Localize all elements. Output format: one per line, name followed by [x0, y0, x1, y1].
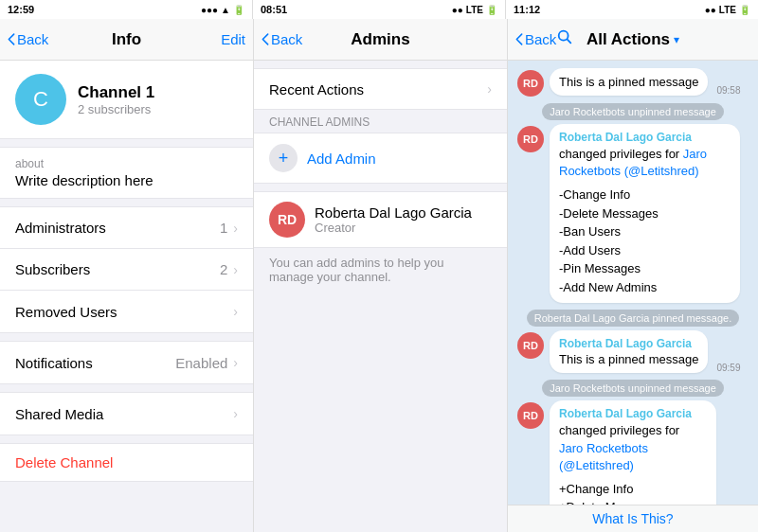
system-msg-2: Roberta Dal Lago Garcia pinned message. [517, 309, 749, 327]
add-admin-label: Add Admin [307, 151, 376, 167]
notifications-value: Enabled [175, 355, 227, 371]
chat-title: All Actions [587, 30, 670, 49]
removed-users-label: Removed Users [15, 304, 233, 320]
dropdown-icon[interactable]: ▾ [674, 33, 679, 46]
administrators-count: 1 [220, 220, 227, 236]
msg-bubble-4: Roberta Dal Lago Garcia changed privileg… [550, 400, 716, 505]
status-icons-panel2: ●● LTE 🔋 [452, 5, 497, 15]
shared-media-item[interactable]: Shared Media › [0, 393, 253, 434]
chat-footer: What Is This? [508, 505, 758, 532]
status-bar-panel3: 11:12 ●● LTE 🔋 [506, 0, 758, 19]
chevron-icon: › [233, 221, 238, 236]
nav-title-admins: Admins [351, 30, 409, 49]
admin-note: You can add admins to help you manage yo… [254, 248, 507, 292]
msg-time-3: 09:59 [716, 363, 740, 373]
admin-list-section: Administrators 1 › Subscribers 2 › Remov… [0, 206, 253, 333]
add-admin-icon: + [269, 144, 298, 172]
chevron-icon-5: › [233, 406, 238, 421]
chat-title-wrap: All Actions ▾ [587, 30, 679, 49]
admin-role: Creator [315, 221, 492, 235]
chevron-icon-2: › [233, 262, 238, 277]
time-panel3: 11:12 [514, 4, 540, 15]
msg-avatar-1: RD [517, 70, 544, 97]
panel-actions: Back All Actions ▾ RD This is a pinned m… [508, 19, 758, 532]
nav-bar-actions: Back All Actions ▾ [508, 19, 758, 61]
recent-actions-item[interactable]: Recent Actions › [254, 68, 507, 110]
system-msg-3: Jaro Rocketbots unpinned message [517, 379, 749, 397]
chevron-icon-recent: › [487, 81, 492, 97]
delete-channel-button[interactable]: Delete Channel [0, 443, 253, 482]
back-button-admins[interactable]: Back [262, 31, 302, 47]
msg-bubble-3: Roberta Dal Lago Garcia This is a pinned… [550, 330, 708, 373]
channel-name: Channel 1 [78, 83, 154, 102]
status-icons-panel3: ●● LTE 🔋 [705, 5, 750, 15]
admin-avatar: RD [269, 202, 305, 238]
channel-avatar: C [15, 74, 66, 125]
notifications-section: Notifications Enabled › [0, 341, 253, 384]
nav-bar-admins: Back Admins [254, 19, 507, 61]
time-panel1: 12:59 [8, 4, 34, 15]
add-admin-item[interactable]: + Add Admin [254, 133, 507, 184]
chevron-icon-3: › [233, 304, 238, 319]
status-bar-panel1: 12:59 ●●● ▲ 🔋 [0, 0, 253, 19]
message-item: RD This is a pinned message 09:58 [517, 68, 749, 97]
message-item-3: RD Roberta Dal Lago Garcia This is a pin… [517, 330, 749, 373]
back-button-actions[interactable]: Back [515, 31, 556, 47]
shared-media-section: Shared Media › [0, 392, 253, 435]
shared-media-label: Shared Media [15, 406, 233, 422]
notifications-item[interactable]: Notifications Enabled › [0, 342, 253, 383]
admin-name: Roberta Dal Lago Garcia [315, 204, 492, 221]
administrators-label: Administrators [15, 220, 220, 236]
channel-admins-header: CHANNEL ADMINS [254, 110, 507, 133]
channel-subscribers-count: 2 subscribers [78, 102, 154, 116]
system-msg-1: Jaro Rocketbots unpinned message [517, 102, 749, 120]
about-section: about Write description here [0, 147, 253, 199]
status-bar-panel2: 08:51 ●● LTE 🔋 [253, 0, 506, 19]
notifications-label: Notifications [15, 355, 175, 371]
removed-users-item[interactable]: Removed Users › [0, 291, 253, 332]
recent-actions-label: Recent Actions [269, 81, 487, 98]
chat-messages: RD This is a pinned message 09:58 Jaro R… [508, 61, 758, 505]
message-item-4: RD Roberta Dal Lago Garcia changed privi… [517, 400, 749, 505]
channel-header: C Channel 1 2 subscribers [0, 61, 253, 139]
subscribers-count: 2 [220, 261, 227, 277]
nav-bar-info: Back Info Edit [0, 19, 253, 61]
time-panel2: 08:51 [261, 4, 287, 15]
msg-bubble-1: This is a pinned message [550, 68, 708, 96]
msg-avatar-4: RD [517, 402, 544, 429]
nav-title-info: Info [112, 30, 141, 49]
msg-bubble-2: Roberta Dal Lago Garcia changed privileg… [550, 124, 740, 303]
panel-admins: Back Admins Recent Actions › CHANNEL ADM… [254, 19, 508, 532]
chevron-icon-4: › [233, 355, 238, 370]
msg-avatar-3: RD [517, 332, 544, 359]
back-button-info[interactable]: Back [8, 31, 48, 47]
status-icons-panel1: ●●● ▲ 🔋 [201, 5, 244, 15]
administrators-item[interactable]: Administrators 1 › [0, 207, 253, 249]
what-is-this-link[interactable]: What Is This? [592, 511, 673, 526]
panel-info: Back Info Edit C Channel 1 2 subscribers… [0, 19, 254, 532]
about-text: Write description here [15, 172, 238, 188]
edit-button[interactable]: Edit [221, 31, 245, 47]
msg-time-1: 09:58 [716, 85, 740, 96]
about-label: about [15, 157, 238, 170]
admin-item[interactable]: RD Roberta Dal Lago Garcia Creator [254, 191, 507, 248]
subscribers-item[interactable]: Subscribers 2 › [0, 249, 253, 291]
subscribers-label: Subscribers [15, 261, 220, 277]
admin-info: Roberta Dal Lago Garcia Creator [315, 204, 492, 235]
search-icon[interactable] [556, 28, 573, 50]
msg-avatar-2: RD [517, 126, 544, 152]
message-item-2: RD Roberta Dal Lago Garcia changed privi… [517, 124, 749, 303]
